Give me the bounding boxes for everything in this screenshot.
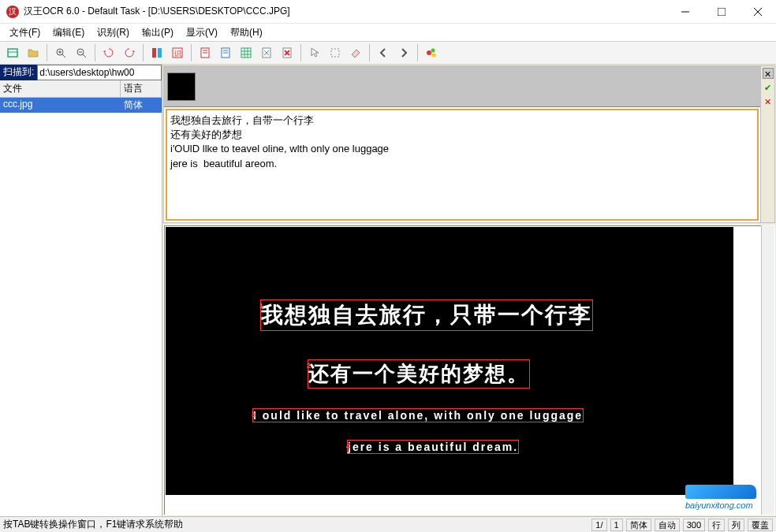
svg-rect-14 [158,48,162,58]
file-list-header: 文件 语言 [0,80,162,98]
next-icon[interactable] [394,43,413,62]
close-button[interactable] [740,0,776,24]
status-bar: 按TAB键转换操作窗口，F1键请求系统帮助 1/ 1 简体 自动 300 行 列… [0,516,776,532]
app-icon: 汉 [6,6,19,18]
svg-text:识: 识 [174,50,181,58]
ocr-line: i'OUlD llke to teavel oline, wlth only o… [170,142,754,156]
accept-icon[interactable]: ✔ [763,82,774,93]
menu-edit[interactable]: 编辑(E) [47,24,91,41]
page-thumbnail[interactable] [167,73,196,101]
ocr-line: 还有美好的梦想 [170,128,754,142]
menu-recognize[interactable]: 识别(R) [91,24,136,41]
scan-path-row: 扫描到: [0,65,162,80]
image-text-line-1: 1我想独自去旅行，只带一个行李 [260,299,593,331]
ocr-line: jere is beautiful areom. [170,157,754,171]
col-lang[interactable]: 语言 [121,80,162,97]
status-row: 行 [708,519,725,531]
window-title: 汉王OCR 6.0 - Default Task - [D:\USERS\DES… [24,5,667,18]
status-mode: 覆盖 [748,519,773,531]
delete-icon[interactable] [278,43,297,62]
window-controls [667,0,776,24]
status-page: 1/ [591,519,606,531]
image-canvas: 1我想独自去旅行，只带一个行李 2还有一个美好的梦想。 3I ould like… [166,227,733,495]
svg-rect-4 [8,49,17,57]
status-total: 1 [610,519,623,531]
export-xls-icon[interactable] [237,43,256,62]
export-rtf-icon[interactable] [196,43,215,62]
main-area: 扫描到: 文件 语言 ccc.jpg 简体 我想独自去旅行，自带一个行李 还有美… [0,65,776,516]
status-lang: 简体 [626,519,651,531]
side-tool-strip: ✕ ✔ ✕ [760,66,774,222]
eraser-icon[interactable] [346,43,365,62]
separator [417,44,418,61]
vertical-scrollbar[interactable] [761,225,774,515]
file-panel: 扫描到: 文件 语言 ccc.jpg 简体 [0,65,162,516]
image-view-pane: 1我想独自去旅行，只带一个行李 2还有一个美好的梦想。 3I ould like… [163,225,775,515]
menu-output[interactable]: 输出(P) [136,24,180,41]
image-viewport[interactable]: 1我想独自去旅行，只带一个行李 2还有一个美好的梦想。 3I ould like… [164,225,761,515]
svg-line-11 [83,54,86,58]
col-file[interactable]: 文件 [0,80,121,97]
scan-path-input[interactable] [37,65,162,80]
toolbar: 识 [0,41,776,65]
menu-help[interactable]: 帮助(H) [224,24,269,41]
reject-icon[interactable]: ✕ [763,96,774,107]
thumbnail-strip [164,66,760,107]
separator [300,44,301,61]
svg-rect-13 [152,48,156,58]
zoom-out-icon[interactable] [72,43,91,62]
select-area-icon[interactable] [326,43,345,62]
ocr-text-box[interactable]: 我想独自去旅行，自带一个行李 还有美好的梦想 i'OUlD llke to te… [166,109,759,221]
layout-icon[interactable] [147,43,166,62]
file-name: ccc.jpg [0,98,121,113]
file-lang: 简体 [121,98,162,113]
separator [191,44,192,61]
separator [47,44,47,61]
menu-file[interactable]: 文件(F) [3,24,47,41]
menu-view[interactable]: 显示(V) [180,24,224,41]
prev-icon[interactable] [374,43,393,62]
svg-point-35 [432,54,436,58]
svg-rect-32 [331,49,339,57]
zoom-in-icon[interactable] [51,43,70,62]
menu-bar: 文件(F) 编辑(E) 识别(R) 输出(P) 显示(V) 帮助(H) [0,24,776,41]
title-bar: 汉 汉王OCR 6.0 - Default Task - [D:\USERS\D… [0,0,776,24]
pointer-icon[interactable] [305,43,324,62]
separator [95,44,95,61]
settings-icon[interactable] [422,43,441,62]
svg-point-34 [431,49,435,53]
status-auto: 自动 [655,519,680,531]
ocr-result-pane: 我想独自去旅行，自带一个行李 还有美好的梦想 i'OUlD llke to te… [163,65,775,223]
svg-rect-1 [718,8,726,16]
file-row[interactable]: ccc.jpg 简体 [0,98,162,113]
status-zoom: 300 [683,519,705,531]
svg-line-7 [62,54,65,58]
close-pane-icon[interactable]: ✕ [763,68,774,79]
svg-rect-23 [241,48,251,58]
recognize-icon[interactable]: 识 [168,43,187,62]
status-help: 按TAB键转换操作窗口，F1键请求系统帮助 [3,518,183,531]
rotate-left-icon[interactable] [99,43,118,62]
rotate-right-icon[interactable] [120,43,139,62]
separator [369,44,370,61]
maximize-button[interactable] [703,0,740,24]
image-text-line-3: 3I ould like to travel alone, with only … [252,408,584,422]
export-pdf-icon[interactable] [257,43,276,62]
image-text-line-4: 4 jere is a beautiful dream. [347,440,519,454]
right-panel: 我想独自去旅行，自带一个行李 还有美好的梦想 i'OUlD llke to te… [162,65,776,516]
status-col: 列 [728,519,744,531]
image-text-line-2: 2还有一个美好的梦想。 [308,359,530,389]
open-icon[interactable] [24,43,43,62]
file-list[interactable]: ccc.jpg 简体 [0,98,162,516]
scan-icon[interactable] [3,43,22,62]
export-txt-icon[interactable] [216,43,235,62]
minimize-button[interactable] [667,0,703,24]
ocr-line: 我想独自去旅行，自带一个行李 [170,113,754,128]
scan-label: 扫描到: [0,65,37,80]
separator [143,44,144,61]
svg-point-33 [427,50,431,55]
